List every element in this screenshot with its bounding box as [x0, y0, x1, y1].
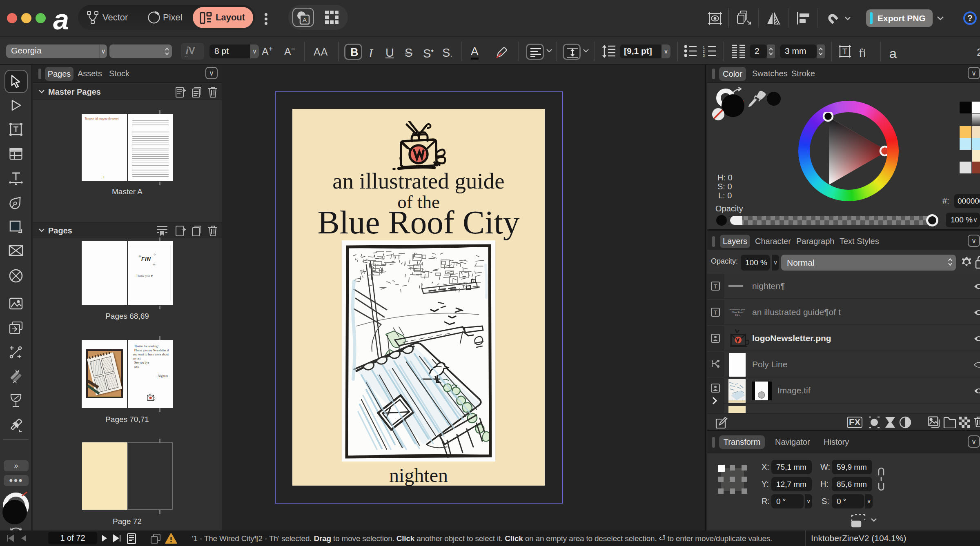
- svg-text:A: A: [303, 16, 307, 23]
- svg-text:1: 1: [703, 45, 705, 49]
- svg-text:2: 2: [703, 49, 705, 53]
- svg-text:T: T: [713, 283, 717, 290]
- svg-text:T: T: [713, 309, 717, 316]
- svg-text:T: T: [842, 47, 847, 56]
- svg-text:3: 3: [703, 53, 705, 58]
